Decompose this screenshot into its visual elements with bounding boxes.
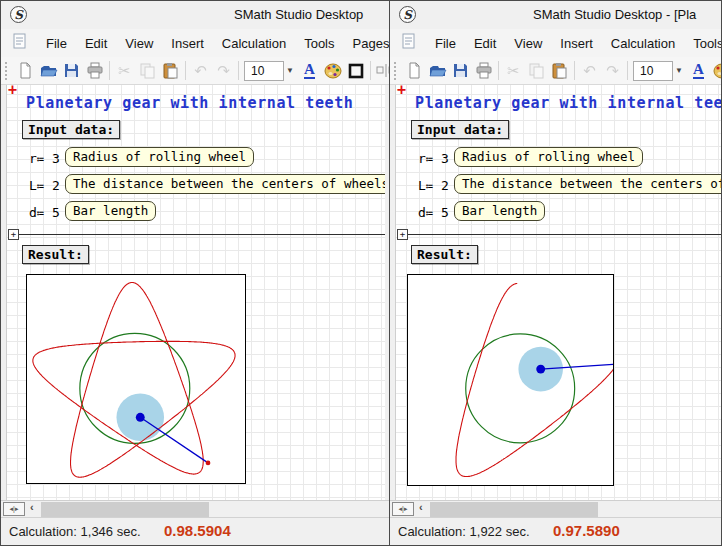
menu-edit[interactable]: Edit <box>76 32 116 55</box>
toolbar: ✂ ↶ ↷ 10 ▼ A <box>1 57 389 85</box>
redo-button[interactable]: ↷ <box>212 59 235 83</box>
comment-box[interactable]: Radius of rolling wheel <box>454 147 643 167</box>
sheet-heading[interactable]: Planetary gear with internal teeth <box>26 94 353 112</box>
toolbar-separator <box>185 61 186 80</box>
copy-button[interactable] <box>525 59 548 83</box>
title-bar[interactable]: S SMath Studio Desktop <box>1 1 389 29</box>
menu-view[interactable]: View <box>505 32 551 55</box>
menu-tools[interactable]: Tools <box>684 32 722 55</box>
result-label[interactable]: Result: <box>22 245 89 264</box>
undo-button[interactable]: ↶ <box>189 59 212 83</box>
matrix-button[interactable] <box>374 59 389 83</box>
horizontal-scrollbar: ◂|▸ ‹ <box>1 500 389 517</box>
toolbar-separator <box>574 61 575 80</box>
input-data-label[interactable]: Input data: <box>411 120 509 139</box>
math-region[interactable]: d≔ 5 <box>29 205 60 220</box>
palette-button[interactable] <box>710 59 721 83</box>
open-file-button[interactable] <box>426 59 449 83</box>
menu-file[interactable]: File <box>37 32 76 55</box>
cut-button[interactable]: ✂ <box>113 59 136 83</box>
comment-box[interactable]: Bar length <box>454 201 545 221</box>
new-file-button[interactable] <box>14 59 37 83</box>
menu-pages[interactable]: Pages <box>344 32 390 55</box>
app-logo-icon[interactable]: S <box>10 6 27 23</box>
status-bar: Calculation: 1,922 sec. 0.97.5890 <box>390 517 721 546</box>
collapsed-area-divider: + <box>8 229 385 241</box>
math-region[interactable]: r≔ 3 <box>29 151 60 166</box>
font-size-combo[interactable]: 10 <box>633 61 673 81</box>
print-button[interactable] <box>83 59 106 83</box>
comment-box[interactable]: The distance between the centers of whee… <box>65 174 385 194</box>
gear-plot[interactable] <box>26 274 246 484</box>
window-left: S SMath Studio Desktop File Edit View In… <box>0 0 390 546</box>
sheet-heading[interactable]: Planetary gear with internal teeth <box>415 94 722 112</box>
menu-tools[interactable]: Tools <box>295 32 343 55</box>
border-button[interactable] <box>344 59 367 83</box>
calculation-time: Calculation: 1,922 sec. <box>398 524 530 539</box>
redo-button[interactable]: ↷ <box>601 59 624 83</box>
toolbar-separator <box>238 61 239 80</box>
math-region[interactable]: L≔ 2 <box>418 178 449 193</box>
title-bar[interactable]: S SMath Studio Desktop - [Pla <box>390 1 721 29</box>
toolbar-separator <box>370 61 371 80</box>
font-color-button[interactable]: A <box>687 59 710 83</box>
comment-box[interactable]: The distance between the centers of whee… <box>454 174 722 194</box>
menu-bar: File Edit View Insert Calculation Tools … <box>1 29 389 57</box>
save-button[interactable] <box>449 59 472 83</box>
app-logo-icon[interactable]: S <box>399 6 416 23</box>
menu-insert[interactable]: Insert <box>162 32 213 55</box>
menu-calculation[interactable]: Calculation <box>213 32 295 55</box>
font-size-combo[interactable]: 10 <box>244 61 284 81</box>
split-view-button[interactable]: ◂|▸ <box>3 502 25 516</box>
comment-box[interactable]: Bar length <box>65 201 156 221</box>
toolbar-separator <box>109 61 110 80</box>
menu-calculation[interactable]: Calculation <box>602 32 684 55</box>
status-bar: Calculation: 1,346 sec. 0.98.5904 <box>1 517 389 546</box>
math-region[interactable]: L≔ 2 <box>29 178 60 193</box>
menu-view[interactable]: View <box>116 32 162 55</box>
toolbar: ✂ ↶ ↷ 10 ▼ A <box>390 57 721 85</box>
input-data-label[interactable]: Input data: <box>22 120 120 139</box>
version-number: 0.97.5890 <box>553 522 620 539</box>
toolbar-grip[interactable] <box>5 62 11 80</box>
scrollbar-thumb[interactable] <box>430 502 598 517</box>
paste-button[interactable] <box>548 59 571 83</box>
scroll-left-icon[interactable]: ‹ <box>419 501 423 513</box>
expand-icon[interactable]: + <box>8 229 19 240</box>
cut-button[interactable]: ✂ <box>502 59 525 83</box>
open-file-button[interactable] <box>37 59 60 83</box>
save-button[interactable] <box>60 59 83 83</box>
result-label[interactable]: Result: <box>411 245 478 264</box>
font-size-dropdown-icon[interactable]: ▼ <box>673 61 685 81</box>
window-title: SMath Studio Desktop - [Pla <box>533 7 696 22</box>
horizontal-scrollbar: ◂|▸ ‹ <box>390 500 721 517</box>
font-color-button[interactable]: A <box>298 59 321 83</box>
font-size-dropdown-icon[interactable]: ▼ <box>284 61 296 81</box>
worksheet[interactable]: + Planetary gear with internal teeth Inp… <box>6 85 385 500</box>
gear-plot[interactable] <box>407 274 614 486</box>
menu-edit[interactable]: Edit <box>465 32 505 55</box>
new-file-button[interactable] <box>403 59 426 83</box>
scrollbar-thumb[interactable] <box>41 502 209 517</box>
print-button[interactable] <box>472 59 495 83</box>
menu-insert[interactable]: Insert <box>551 32 602 55</box>
menu-file[interactable]: File <box>426 32 465 55</box>
page-origin-marker: + <box>8 85 17 99</box>
math-region[interactable]: r≔ 3 <box>418 151 449 166</box>
paste-button[interactable] <box>159 59 182 83</box>
worksheet[interactable]: + Planetary gear with internal teeth Inp… <box>395 85 722 500</box>
math-region[interactable]: d≔ 5 <box>418 205 449 220</box>
toolbar-grip[interactable] <box>394 62 400 80</box>
expand-icon[interactable]: + <box>397 229 408 240</box>
comment-box[interactable]: Radius of rolling wheel <box>65 147 254 167</box>
page-origin-marker: + <box>397 85 406 99</box>
toolbar-separator <box>627 61 628 80</box>
document-icon <box>13 33 27 53</box>
calculation-time: Calculation: 1,346 sec. <box>9 524 141 539</box>
undo-button[interactable]: ↶ <box>578 59 601 83</box>
scroll-left-icon[interactable]: ‹ <box>30 501 34 513</box>
split-view-button[interactable]: ◂|▸ <box>392 502 414 516</box>
palette-button[interactable] <box>321 59 344 83</box>
copy-button[interactable] <box>136 59 159 83</box>
screen: S SMath Studio Desktop File Edit View In… <box>0 0 722 546</box>
